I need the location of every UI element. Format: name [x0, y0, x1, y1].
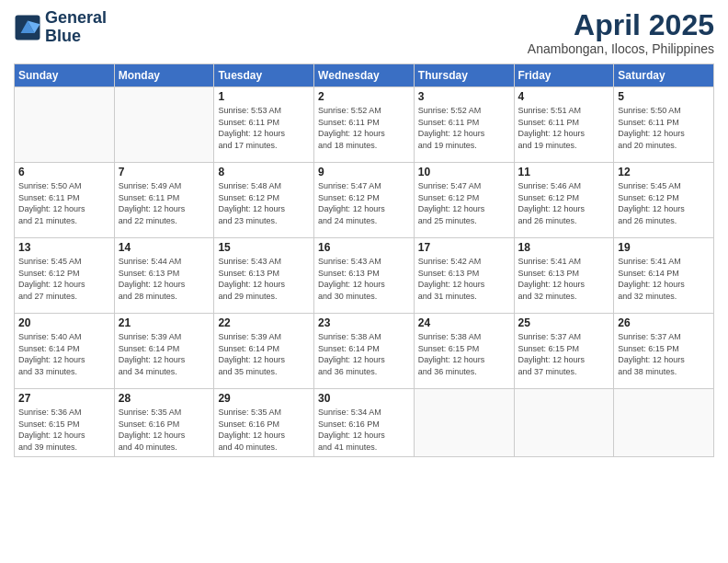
day-number: 29 — [218, 392, 310, 405]
logo-icon — [14, 14, 41, 41]
day-number: 15 — [218, 241, 310, 254]
logo: General Blue — [14, 9, 107, 46]
day-number: 5 — [618, 90, 710, 103]
day-info: Sunrise: 5:35 AM Sunset: 6:16 PM Dayligh… — [218, 407, 310, 453]
calendar-cell: 2Sunrise: 5:52 AM Sunset: 6:11 PM Daylig… — [314, 87, 415, 163]
calendar-cell — [614, 389, 714, 456]
day-info: Sunrise: 5:44 AM Sunset: 6:13 PM Dayligh… — [119, 256, 210, 302]
calendar-cell: 3Sunrise: 5:52 AM Sunset: 6:11 PM Daylig… — [414, 87, 514, 163]
weekday-header-friday: Friday — [514, 64, 614, 87]
weekday-header-tuesday: Tuesday — [214, 64, 314, 87]
day-number: 2 — [318, 90, 410, 103]
calendar-week-row-2: 6Sunrise: 5:50 AM Sunset: 6:11 PM Daylig… — [15, 163, 714, 238]
day-number: 22 — [218, 316, 310, 329]
calendar-cell: 4Sunrise: 5:51 AM Sunset: 6:11 PM Daylig… — [514, 87, 614, 163]
day-number: 1 — [218, 90, 310, 103]
calendar-week-row-3: 13Sunrise: 5:45 AM Sunset: 6:12 PM Dayli… — [15, 238, 714, 314]
day-number: 26 — [618, 316, 710, 329]
header: General Blue April 2025 Anambongan, Iloc… — [14, 9, 714, 56]
day-info: Sunrise: 5:35 AM Sunset: 6:16 PM Dayligh… — [119, 407, 210, 453]
day-number: 25 — [518, 316, 610, 329]
day-number: 17 — [418, 241, 510, 254]
calendar-cell: 11Sunrise: 5:46 AM Sunset: 6:12 PM Dayli… — [514, 163, 614, 238]
day-number: 21 — [119, 316, 210, 329]
calendar-cell: 7Sunrise: 5:49 AM Sunset: 6:11 PM Daylig… — [114, 163, 214, 238]
calendar-week-row-1: 1Sunrise: 5:53 AM Sunset: 6:11 PM Daylig… — [15, 87, 714, 163]
day-info: Sunrise: 5:47 AM Sunset: 6:12 PM Dayligh… — [418, 180, 510, 226]
day-info: Sunrise: 5:50 AM Sunset: 6:11 PM Dayligh… — [618, 105, 710, 151]
day-info: Sunrise: 5:43 AM Sunset: 6:13 PM Dayligh… — [218, 256, 310, 302]
calendar-cell: 10Sunrise: 5:47 AM Sunset: 6:12 PM Dayli… — [414, 163, 514, 238]
day-info: Sunrise: 5:50 AM Sunset: 6:11 PM Dayligh… — [18, 180, 110, 226]
calendar-week-row-5: 27Sunrise: 5:36 AM Sunset: 6:15 PM Dayli… — [15, 389, 714, 456]
calendar-cell — [15, 87, 115, 163]
day-number: 7 — [119, 166, 210, 178]
day-info: Sunrise: 5:51 AM Sunset: 6:11 PM Dayligh… — [518, 105, 610, 151]
calendar-cell: 20Sunrise: 5:40 AM Sunset: 6:14 PM Dayli… — [15, 314, 115, 389]
title-block: April 2025 Anambongan, Ilocos, Philippin… — [528, 9, 714, 56]
day-number: 18 — [518, 241, 610, 254]
day-number: 19 — [618, 241, 710, 254]
calendar-cell — [114, 87, 214, 163]
day-info: Sunrise: 5:53 AM Sunset: 6:11 PM Dayligh… — [218, 105, 310, 151]
day-info: Sunrise: 5:45 AM Sunset: 6:12 PM Dayligh… — [18, 256, 110, 302]
calendar-cell: 14Sunrise: 5:44 AM Sunset: 6:13 PM Dayli… — [114, 238, 214, 314]
calendar-cell: 28Sunrise: 5:35 AM Sunset: 6:16 PM Dayli… — [114, 389, 214, 456]
logo-line2: Blue — [45, 27, 81, 45]
calendar-cell: 25Sunrise: 5:37 AM Sunset: 6:15 PM Dayli… — [514, 314, 614, 389]
weekday-header-thursday: Thursday — [414, 64, 514, 87]
day-info: Sunrise: 5:39 AM Sunset: 6:14 PM Dayligh… — [119, 331, 210, 377]
day-info: Sunrise: 5:42 AM Sunset: 6:13 PM Dayligh… — [418, 256, 510, 302]
day-number: 20 — [18, 316, 110, 329]
location: Anambongan, Ilocos, Philippines — [528, 41, 714, 56]
calendar-header-row: SundayMondayTuesdayWednesdayThursdayFrid… — [15, 64, 714, 87]
calendar-cell: 18Sunrise: 5:41 AM Sunset: 6:13 PM Dayli… — [514, 238, 614, 314]
calendar-cell: 23Sunrise: 5:38 AM Sunset: 6:14 PM Dayli… — [314, 314, 415, 389]
calendar-cell — [514, 389, 614, 456]
day-info: Sunrise: 5:38 AM Sunset: 6:14 PM Dayligh… — [318, 331, 410, 377]
calendar-cell: 24Sunrise: 5:38 AM Sunset: 6:15 PM Dayli… — [414, 314, 514, 389]
day-info: Sunrise: 5:38 AM Sunset: 6:15 PM Dayligh… — [418, 331, 510, 377]
calendar-cell: 6Sunrise: 5:50 AM Sunset: 6:11 PM Daylig… — [15, 163, 115, 238]
calendar-cell: 22Sunrise: 5:39 AM Sunset: 6:14 PM Dayli… — [214, 314, 314, 389]
day-number: 12 — [618, 166, 710, 178]
calendar-cell: 13Sunrise: 5:45 AM Sunset: 6:12 PM Dayli… — [15, 238, 115, 314]
calendar-cell — [414, 389, 514, 456]
day-number: 11 — [518, 166, 610, 178]
weekday-header-wednesday: Wednesday — [314, 64, 415, 87]
day-info: Sunrise: 5:37 AM Sunset: 6:15 PM Dayligh… — [518, 331, 610, 377]
calendar-cell: 15Sunrise: 5:43 AM Sunset: 6:13 PM Dayli… — [214, 238, 314, 314]
day-number: 23 — [318, 316, 410, 329]
calendar-cell: 29Sunrise: 5:35 AM Sunset: 6:16 PM Dayli… — [214, 389, 314, 456]
logo-text: General Blue — [45, 9, 107, 46]
day-number: 16 — [318, 241, 410, 254]
logo-line1: General — [45, 8, 107, 27]
day-info: Sunrise: 5:41 AM Sunset: 6:13 PM Dayligh… — [518, 256, 610, 302]
day-number: 27 — [18, 392, 110, 405]
day-info: Sunrise: 5:46 AM Sunset: 6:12 PM Dayligh… — [518, 180, 610, 226]
day-number: 6 — [18, 166, 110, 178]
day-number: 24 — [418, 316, 510, 329]
calendar-cell: 19Sunrise: 5:41 AM Sunset: 6:14 PM Dayli… — [614, 238, 714, 314]
calendar-table: SundayMondayTuesdayWednesdayThursdayFrid… — [14, 63, 714, 456]
day-info: Sunrise: 5:45 AM Sunset: 6:12 PM Dayligh… — [618, 180, 710, 226]
calendar-cell: 26Sunrise: 5:37 AM Sunset: 6:15 PM Dayli… — [614, 314, 714, 389]
calendar-cell: 12Sunrise: 5:45 AM Sunset: 6:12 PM Dayli… — [614, 163, 714, 238]
calendar-cell: 27Sunrise: 5:36 AM Sunset: 6:15 PM Dayli… — [15, 389, 115, 456]
day-info: Sunrise: 5:48 AM Sunset: 6:12 PM Dayligh… — [218, 180, 310, 226]
weekday-header-sunday: Sunday — [15, 64, 115, 87]
day-info: Sunrise: 5:43 AM Sunset: 6:13 PM Dayligh… — [318, 256, 410, 302]
day-number: 14 — [119, 241, 210, 254]
calendar-cell: 1Sunrise: 5:53 AM Sunset: 6:11 PM Daylig… — [214, 87, 314, 163]
page: General Blue April 2025 Anambongan, Iloc… — [0, 0, 728, 563]
day-info: Sunrise: 5:47 AM Sunset: 6:12 PM Dayligh… — [318, 180, 410, 226]
day-info: Sunrise: 5:40 AM Sunset: 6:14 PM Dayligh… — [18, 331, 110, 377]
day-info: Sunrise: 5:34 AM Sunset: 6:16 PM Dayligh… — [318, 407, 410, 453]
month-title: April 2025 — [528, 9, 714, 41]
calendar-cell: 16Sunrise: 5:43 AM Sunset: 6:13 PM Dayli… — [314, 238, 415, 314]
day-info: Sunrise: 5:49 AM Sunset: 6:11 PM Dayligh… — [119, 180, 210, 226]
calendar-cell: 5Sunrise: 5:50 AM Sunset: 6:11 PM Daylig… — [614, 87, 714, 163]
day-info: Sunrise: 5:52 AM Sunset: 6:11 PM Dayligh… — [318, 105, 410, 151]
day-info: Sunrise: 5:39 AM Sunset: 6:14 PM Dayligh… — [218, 331, 310, 377]
day-number: 13 — [18, 241, 110, 254]
